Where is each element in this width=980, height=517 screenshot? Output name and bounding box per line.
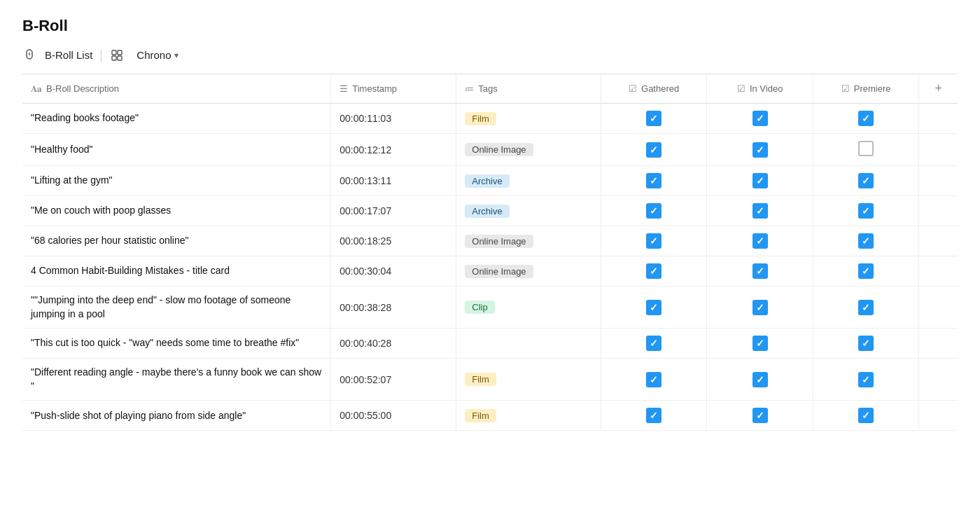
tag-badge[interactable]: Film (465, 373, 496, 386)
checkbox-invideo[interactable]: ✓ (752, 372, 768, 387)
cell-premiere[interactable]: ✓ (813, 166, 919, 196)
desc-text: "68 calories per hour statistic online" (31, 235, 189, 246)
checkbox-invideo[interactable]: ✓ (752, 142, 768, 158)
cell-gathered[interactable]: ✓ (601, 256, 707, 287)
col-header-add[interactable]: + (919, 74, 958, 104)
cell-invideo[interactable]: ✓ (707, 104, 813, 134)
cell-invideo[interactable]: ✓ (707, 329, 813, 359)
cell-gathered[interactable]: ✓ (601, 196, 707, 226)
desc-col-icon: 𝐀𝐚 (31, 83, 42, 95)
checkbox-invideo[interactable]: ✓ (752, 111, 768, 126)
cell-gathered[interactable]: ✓ (601, 401, 707, 431)
checkbox-invideo[interactable]: ✓ (752, 203, 768, 219)
cell-invideo[interactable]: ✓ (707, 401, 813, 431)
cell-timestamp: 00:00:40:28 (331, 329, 456, 359)
cell-premiere[interactable]: ✓ (813, 401, 919, 431)
col-label-desc: B-Roll Description (46, 83, 119, 94)
checkbox-gathered[interactable]: ✓ (646, 173, 662, 188)
tag-badge[interactable]: Online Image (465, 265, 533, 278)
checkbox-invideo[interactable]: ✓ (752, 173, 768, 188)
cell-invideo[interactable]: ✓ (707, 256, 813, 287)
cell-invideo[interactable]: ✓ (707, 359, 813, 401)
table-row: "Healthy food"00:00:12:12Online Image✓✓ (22, 134, 958, 166)
cell-gathered[interactable]: ✓ (601, 226, 707, 256)
timestamp-value: 00:00:40:28 (340, 338, 391, 349)
cell-add (919, 329, 958, 359)
tag-badge[interactable]: Online Image (465, 235, 533, 248)
cell-premiere[interactable]: ✓ (813, 329, 919, 359)
cell-premiere[interactable]: ✓ (813, 226, 919, 256)
cell-premiere[interactable]: ✓ (813, 287, 919, 329)
cell-premiere[interactable]: ✓ (813, 359, 919, 401)
cell-tag (456, 329, 601, 359)
checkbox-premiere[interactable] (858, 141, 874, 156)
checkbox-premiere[interactable]: ✓ (858, 372, 874, 387)
cell-premiere[interactable]: ✓ (813, 104, 919, 134)
checkbox-gathered[interactable]: ✓ (646, 408, 662, 423)
cell-desc: "Push-slide shot of playing piano from s… (22, 401, 331, 431)
tag-badge[interactable]: Film (465, 112, 496, 125)
broll-table: 𝐀𝐚 B-Roll Description ☰ Timestamp ≔ (22, 74, 958, 431)
cell-gathered[interactable]: ✓ (601, 134, 707, 166)
checkbox-gathered[interactable]: ✓ (646, 372, 662, 387)
cell-premiere[interactable]: ✓ (813, 256, 919, 287)
cell-timestamp: 00:00:18:25 (331, 226, 456, 256)
checkbox-premiere[interactable]: ✓ (858, 173, 874, 188)
checkbox-gathered[interactable]: ✓ (646, 233, 662, 249)
checkbox-premiere[interactable]: ✓ (858, 408, 874, 423)
checkbox-premiere[interactable]: ✓ (858, 233, 874, 249)
tag-badge[interactable]: Archive (465, 205, 509, 218)
tag-badge[interactable]: Archive (465, 174, 509, 188)
cell-premiere[interactable]: ✓ (813, 196, 919, 226)
checkbox-gathered[interactable]: ✓ (646, 263, 662, 279)
toolbar-separator (101, 49, 102, 62)
svg-rect-2 (112, 50, 116, 55)
cell-tag: Film (456, 401, 601, 431)
table-row: "Me on couch with poop glasses00:00:17:0… (22, 196, 958, 226)
cell-gathered[interactable]: ✓ (601, 166, 707, 196)
tag-badge[interactable]: Online Image (465, 143, 533, 156)
cell-invideo[interactable]: ✓ (707, 196, 813, 226)
col-label-invideo: In Video (750, 83, 783, 94)
checkbox-premiere[interactable]: ✓ (858, 111, 874, 126)
cell-gathered[interactable]: ✓ (601, 329, 707, 359)
cell-invideo[interactable]: ✓ (707, 287, 813, 329)
cell-invideo[interactable]: ✓ (707, 134, 813, 166)
checkbox-invideo[interactable]: ✓ (752, 233, 768, 249)
table-row: "This cut is too quick - "way" needs som… (22, 329, 958, 359)
cell-premiere[interactable] (813, 134, 919, 166)
checkbox-gathered[interactable]: ✓ (646, 336, 662, 351)
checkbox-invideo[interactable]: ✓ (752, 300, 768, 315)
checkbox-premiere[interactable]: ✓ (858, 263, 874, 279)
checkbox-invideo[interactable]: ✓ (752, 263, 768, 279)
cell-tag: Online Image (456, 256, 601, 287)
desc-text: 4 Common Habit-Building Mistakes - title… (31, 265, 230, 276)
chrono-caret: ▾ (174, 50, 178, 60)
checkbox-premiere[interactable]: ✓ (858, 336, 874, 351)
chrono-button[interactable]: Chrono ▾ (132, 48, 182, 62)
table-header-row: 𝐀𝐚 B-Roll Description ☰ Timestamp ≔ (22, 74, 958, 104)
cell-add (919, 359, 958, 401)
checkbox-gathered[interactable]: ✓ (646, 203, 662, 219)
cell-gathered[interactable]: ✓ (601, 287, 707, 329)
add-column-button[interactable]: + (934, 81, 942, 96)
cell-add (919, 196, 958, 226)
timestamp-value: 00:00:17:07 (340, 205, 391, 216)
checkbox-premiere[interactable]: ✓ (858, 203, 874, 219)
col-label-timestamp: Timestamp (352, 83, 397, 94)
checkbox-gathered[interactable]: ✓ (646, 142, 662, 158)
svg-rect-4 (112, 56, 116, 60)
checkbox-invideo[interactable]: ✓ (752, 336, 768, 351)
checkbox-gathered[interactable]: ✓ (646, 300, 662, 315)
cell-invideo[interactable]: ✓ (707, 226, 813, 256)
tag-badge[interactable]: Film (465, 409, 496, 422)
timestamp-value: 00:00:55:00 (340, 410, 391, 421)
cell-gathered[interactable]: ✓ (601, 359, 707, 401)
cell-gathered[interactable]: ✓ (601, 104, 707, 134)
tag-badge[interactable]: Clip (465, 301, 494, 314)
checkbox-gathered[interactable]: ✓ (646, 111, 662, 126)
cell-invideo[interactable]: ✓ (707, 166, 813, 196)
checkbox-premiere[interactable]: ✓ (858, 300, 874, 315)
cell-add (919, 166, 958, 196)
checkbox-invideo[interactable]: ✓ (752, 408, 768, 423)
